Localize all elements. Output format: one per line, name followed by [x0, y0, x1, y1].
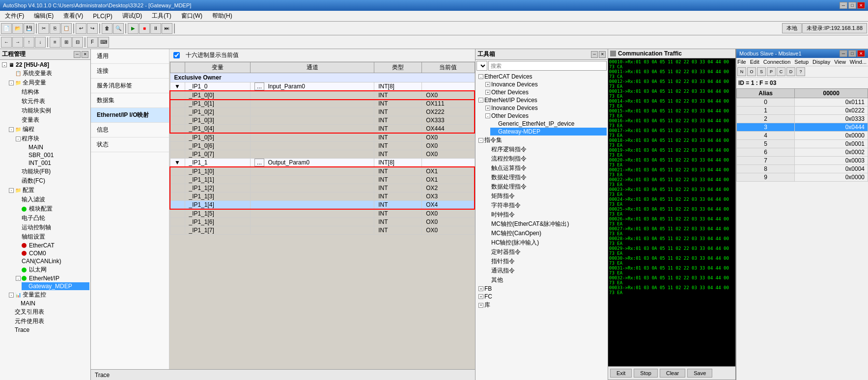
toolbox-search-input[interactable] — [488, 61, 607, 71]
tree-item-gateway[interactable]: Gateway_MDEP — [22, 282, 89, 290]
modbus-tb-save[interactable]: S — [757, 67, 766, 76]
modbus-menu-display[interactable]: Display — [812, 59, 830, 65]
tree-item-infilter[interactable]: 输入滤波 — [15, 195, 89, 204]
tree-item-root[interactable]: - 🖥 22 [H5U-A8] — [1, 61, 89, 69]
modbus-tb-open[interactable]: O — [747, 67, 756, 76]
tree-toggle-varmonitor[interactable]: - — [9, 293, 14, 298]
nav-item-general[interactable]: 通用 — [91, 49, 169, 64]
modbus-row-2[interactable]: 2 0x0333 — [737, 115, 868, 123]
toggle-other[interactable]: + — [485, 90, 490, 95]
tree-item-fbinst[interactable]: 功能块实例 — [15, 106, 89, 115]
modbus-min-button[interactable]: ─ — [840, 50, 847, 57]
tree-item-motionaxis[interactable]: 运动控制轴 — [15, 223, 89, 232]
tree-item-varlist[interactable]: 变量表 — [15, 115, 89, 125]
modbus-row-0[interactable]: 0 0x0111 — [737, 98, 868, 107]
nav-item-iomap[interactable]: Ethernet/IP I/O映射 — [91, 108, 169, 123]
table-row[interactable]: _IP1_0[1] INT OX111 — [170, 100, 475, 108]
hex-display-checkbox[interactable] — [173, 52, 180, 58]
modbus-menu-setup[interactable]: Setup — [794, 59, 809, 65]
table-row[interactable]: _IP1_0[7] INT OX0 — [170, 150, 475, 159]
modbus-row-3[interactable]: 3 0x0444 — [737, 123, 868, 132]
tree-item-ecam[interactable]: 电子凸轮 — [15, 214, 89, 223]
search-button[interactable]: 🔍 — [113, 23, 124, 34]
delete-button[interactable]: 🗑 — [102, 23, 112, 34]
tree-item-main2[interactable]: MAIN — [20, 299, 89, 307]
stop-button[interactable]: ■ — [139, 23, 150, 34]
toolbox-item-clock[interactable]: 时钟指令 — [483, 210, 607, 219]
tb2-btn2[interactable]: → — [12, 37, 23, 48]
table-row[interactable]: _IP1_1[1] INT OX1 — [170, 176, 475, 184]
table-row[interactable]: _IP1_1[3] INT OX3 — [170, 192, 475, 201]
stop-button[interactable]: Stop — [634, 369, 658, 378]
toggle-enetip-dev[interactable]: - — [478, 98, 483, 103]
menu-help[interactable]: 帮助(H) — [209, 11, 235, 21]
toolbox-item-dataproc[interactable]: 数据处理指令 — [483, 173, 607, 182]
table-row[interactable]: _IP1_0[0] INT OX0 — [170, 91, 475, 100]
modbus-menu-wind[interactable]: Wind... — [850, 59, 867, 65]
modbus-tb-disc[interactable]: D — [786, 67, 795, 76]
tree-item-compuse[interactable]: 元件使用表 — [8, 317, 89, 326]
toggle-lib[interactable]: + — [478, 303, 483, 308]
menu-plc[interactable]: PLC(P) — [90, 12, 115, 21]
tb2-btn4[interactable]: ↓ — [35, 37, 46, 48]
tree-item-globalvar[interactable]: - 📁 全局变量 — [8, 78, 89, 87]
toolbox-pin-button[interactable]: ─ — [591, 51, 598, 58]
modbus-tb-print[interactable]: P — [767, 67, 776, 76]
toggle-inovance[interactable]: + — [485, 82, 490, 87]
toolbox-item-flow-ctrl[interactable]: 流程控制指令 — [483, 154, 607, 163]
paste-button[interactable]: 📋 — [61, 23, 72, 34]
channel-btn2[interactable]: ... — [254, 159, 264, 166]
table-row[interactable]: _IP1_0[3] INT OX333 — [170, 116, 475, 125]
toolbox-item-lib[interactable]: + 库 — [476, 300, 607, 310]
toolbox-item-inovance[interactable]: + Inovance Devices — [483, 81, 607, 88]
tree-item-sysvar[interactable]: 📋 系统变量表 — [8, 69, 89, 78]
toolbox-item-other-dev[interactable]: + Other Devices — [483, 88, 607, 96]
tree-item-ethercat[interactable]: EtherCAT — [15, 242, 89, 249]
tb2-btn6[interactable]: ⊞ — [61, 37, 72, 48]
nav-item-status[interactable]: 状态 — [91, 137, 169, 152]
cut-button[interactable]: ✂ — [38, 23, 49, 34]
toolbox-item-hc-axis[interactable]: HC轴控(脉冲输入) — [483, 238, 607, 247]
nav-item-svcmsg[interactable]: 服务消息标签 — [91, 79, 169, 93]
tree-toggle-globalvar[interactable]: - — [9, 81, 14, 85]
pause-button[interactable]: ⏸ — [150, 23, 161, 34]
login-button[interactable]: 未登录:IP:192.168.1.88 — [802, 23, 867, 33]
tb2-btn3[interactable]: ↑ — [24, 37, 34, 48]
tree-item-crossref[interactable]: 交叉引用表 — [8, 307, 89, 317]
toolbox-item-comm[interactable]: 通讯指令 — [483, 266, 607, 275]
close-button[interactable]: ✕ — [857, 2, 865, 9]
tree-item-com0[interactable]: COM0 — [15, 249, 89, 257]
toolbox-close-button[interactable]: ✕ — [599, 51, 606, 58]
menu-debug[interactable]: 调试(D) — [119, 11, 145, 21]
toolbox-item-fb[interactable]: + FB — [476, 285, 607, 293]
tree-item-trace[interactable]: Trace — [8, 326, 89, 334]
nav-item-dataset[interactable]: 数据集 — [91, 93, 169, 108]
redo-button[interactable]: ↪ — [87, 23, 98, 34]
modbus-row-5[interactable]: 5 0x0001 — [737, 140, 868, 148]
toolbox-item-instructions[interactable]: - 指令集 — [476, 136, 607, 145]
toolbox-dropdown[interactable] — [476, 61, 487, 71]
tb2-btn7[interactable]: ⊟ — [72, 37, 83, 48]
location-button[interactable]: 本地 — [782, 23, 802, 33]
tree-item-ethernetip[interactable]: - EtherNet/IP — [15, 274, 89, 282]
tree-toggle-prog[interactable]: - — [9, 127, 14, 132]
menu-tools[interactable]: 工具(T) — [149, 11, 174, 21]
toolbox-item-dataproc2[interactable]: 数据处理指令 — [483, 182, 607, 191]
toolbox-item-pointer[interactable]: 指针指令 — [483, 257, 607, 266]
modbus-max-button[interactable]: □ — [848, 50, 856, 57]
tree-toggle-root[interactable]: - — [2, 62, 7, 67]
modbus-menu-edit[interactable]: Edit — [750, 59, 759, 65]
table-row[interactable]: ▼ _IP1_1 ... Output_Param0 INT[8] — [170, 159, 475, 167]
tree-item-progblocks[interactable]: - 程序块 — [15, 134, 89, 143]
toggle-other2[interactable]: - — [485, 113, 490, 118]
panel-close-button[interactable]: ✕ — [82, 51, 88, 58]
panel-pin-button[interactable]: ─ — [74, 51, 81, 58]
menu-window[interactable]: 窗口(W) — [178, 11, 205, 21]
toolbox-item-matrix[interactable]: 矩阵指令 — [483, 191, 607, 201]
table-row[interactable]: _IP1_1[7] INT OX0 — [170, 226, 475, 235]
menu-view[interactable]: 查看(V) — [60, 11, 86, 21]
step-button[interactable]: ⏭ — [162, 23, 172, 34]
minimize-button[interactable]: ─ — [840, 2, 847, 9]
modbus-row-6[interactable]: 6 0x0002 — [737, 148, 868, 157]
toolbox-item-gateway-mdep[interactable]: Gateway-MDEP — [490, 128, 607, 136]
